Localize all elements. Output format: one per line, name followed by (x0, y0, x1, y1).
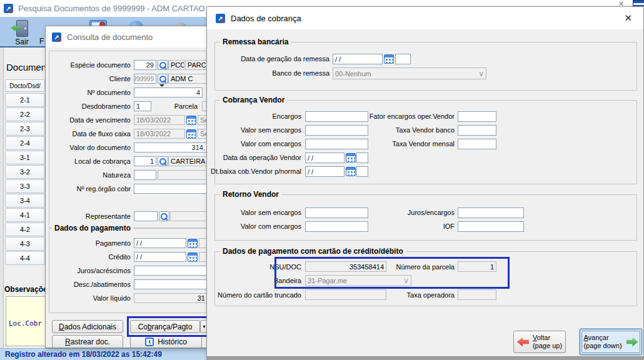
chevron-down-icon: ∨ (403, 277, 409, 284)
document-list-item[interactable]: 4-3 (5, 237, 45, 251)
document-list-item[interactable]: 2-1 (5, 93, 45, 107)
document-list-item[interactable]: 2-2 (5, 108, 45, 121)
especie-search-button[interactable] (158, 60, 168, 70)
taxa-operadora-label: Taxa operadora (407, 291, 455, 299)
document-list-item[interactable]: 4-4 (5, 251, 45, 265)
valor-doc-label: Valor do documento (69, 144, 131, 151)
juros-input[interactable] (134, 266, 208, 276)
representante-label: Representante (86, 212, 131, 220)
avancar-button[interactable]: Avançar (page down) (580, 329, 642, 355)
desc-label: Desc./abatimentos (74, 281, 131, 288)
back-arrow-icon (517, 338, 529, 347)
background-strip (206, 357, 644, 360)
taxa-vendor-mensal-input[interactable] (458, 139, 496, 149)
fluxo-calendar-icon[interactable] (186, 129, 196, 139)
pagamento-group-legend: Dados do pagamento (52, 224, 133, 232)
cobranca-vendor-legend: Cobrança Vendor (220, 96, 287, 104)
dados-dialog-icon: ↗ (216, 14, 225, 23)
valor-sem-encargos-input[interactable] (305, 125, 368, 136)
dt-baixa-label: Dt.baixa cob.Vendor p/normal (211, 168, 301, 175)
cliente-search-button[interactable] (158, 74, 168, 84)
document-list-item[interactable]: 4-1 (5, 208, 45, 222)
dt-baixa-calendar-icon[interactable] (346, 167, 356, 176)
banco-remessa-combo[interactable]: 00-Nenhum ∨ (333, 68, 486, 79)
num-reg-input[interactable] (134, 184, 208, 194)
pagamento-input[interactable]: / / (134, 238, 186, 248)
natureza-input[interactable] (134, 170, 156, 180)
natureza-label: Natureza (103, 171, 131, 179)
document-list-item[interactable]: 3-3 (5, 179, 45, 193)
remessa-legend: Remessa bancária (220, 38, 291, 46)
close-icon[interactable]: ✕ (624, 12, 632, 24)
taxa-vendor-banco-label: Taxa Vendor banco (396, 126, 455, 134)
representante-search-button[interactable] (159, 211, 169, 221)
juros-encargos-input[interactable] (458, 208, 524, 218)
num-doc-input[interactable]: 4 (134, 88, 203, 98)
document-list-item[interactable]: 2-4 (5, 136, 45, 150)
pagamento-calendar-icon[interactable] (188, 239, 198, 248)
data-geracao-input[interactable]: / / (333, 54, 383, 64)
representante-input[interactable] (134, 211, 158, 221)
valor-liq-field: 31 (134, 293, 208, 303)
retorno-valor-com-input[interactable] (305, 221, 368, 232)
document-list-item[interactable]: 3-4 (5, 194, 45, 208)
credito-input[interactable]: / / (134, 252, 186, 262)
retorno-valor-sem-input[interactable] (305, 208, 368, 218)
cobranca-pagto-button[interactable]: Cobrança/Pagto (130, 320, 200, 333)
fator-encargos-label: Fator encargos oper.Vendor (370, 112, 455, 120)
cartao-truncado-label: Número do cartão truncado (218, 291, 301, 299)
main-window-title: Pesquisa Documentos de 9999999 - ADM CAR… (18, 4, 205, 13)
data-operacao-input[interactable]: / / (305, 152, 345, 163)
cliente-label: Cliente (109, 75, 131, 82)
venc-input[interactable]: 18/03/2022 (134, 115, 185, 125)
especie-code-input[interactable]: 29 (134, 60, 156, 70)
cliente-code-input[interactable]: 9999999 (134, 74, 156, 84)
fator-encargos-input[interactable] (458, 111, 496, 122)
consulta-dialog-icon: ↗ (52, 32, 61, 42)
dt-baixa-dow-field (356, 166, 368, 177)
desdobramento-input[interactable]: 1 (134, 101, 151, 111)
bandeira-label: Bandeira (274, 277, 301, 284)
fluxo-input[interactable]: 18/03/2022 (134, 129, 185, 139)
dados-adicionais-button[interactable]: Dados Adicionais (52, 320, 123, 333)
document-list-item[interactable]: 3-2 (5, 165, 45, 179)
valor-com-encargos-input[interactable] (305, 139, 368, 149)
cliente-dropdown-arrow-icon[interactable] (159, 84, 164, 87)
document-list-item[interactable]: 2-3 (5, 122, 45, 136)
voltar-button[interactable]: Voltar (page up) (513, 331, 566, 353)
cartao-legend: Dados de pagamento com cartão de crédito… (220, 247, 406, 256)
local-search-button[interactable] (158, 156, 168, 166)
valor-liq-label: Valor líquido (93, 294, 131, 302)
data-operacao-calendar-icon[interactable] (346, 153, 356, 162)
partial-toolbar-button-label[interactable]: F (39, 37, 44, 46)
iof-input[interactable] (458, 221, 524, 232)
sair-button[interactable]: Sair (5, 19, 39, 46)
document-list: 2-1 2-2 2-3 2-4 3-1 3-2 3-3 3-4 4-1 4-2 … (5, 93, 45, 265)
venc-calendar-icon[interactable] (186, 116, 196, 125)
taxa-vendor-banco-input[interactable] (458, 125, 496, 136)
especie-sigla-field: PCC (168, 60, 184, 70)
valor-com-encargos-label: Valor com encargos (241, 140, 301, 148)
document-list-item[interactable]: 3-1 (5, 151, 45, 164)
desc-input[interactable] (134, 279, 208, 289)
valor-sem-encargos-label: Valor sem encargos (241, 126, 301, 134)
historico-button[interactable]: Histórico (130, 335, 202, 348)
document-list-header[interactable]: Docto/Dsd/ (5, 79, 45, 92)
dt-baixa-input[interactable]: / / (305, 166, 345, 177)
credito-calendar-icon[interactable] (188, 252, 198, 262)
cartao-truncado-field[interactable] (305, 289, 386, 300)
bandeira-combo[interactable]: 31-Pagar.me ∨ (305, 275, 411, 286)
data-geracao-calendar-icon[interactable] (384, 54, 394, 64)
valor-doc-input[interactable]: 314, (134, 142, 208, 152)
data-operacao-dow-field (356, 152, 368, 163)
remessa-group: Remessa bancária (214, 42, 637, 91)
juros-encargos-label: Juros/encargos (408, 209, 455, 216)
encargos-input[interactable] (305, 111, 368, 122)
taxa-operadora-field[interactable] (458, 289, 496, 300)
local-code-input[interactable]: 1 (134, 156, 156, 166)
rastrear-doc-button[interactable]: Rastrear doc. (52, 335, 123, 348)
venc-label: Data de vencimento (69, 116, 131, 124)
chevron-down-icon: ∨ (478, 70, 484, 78)
document-list-item[interactable]: 4-2 (5, 222, 45, 236)
clock-icon (145, 338, 154, 346)
